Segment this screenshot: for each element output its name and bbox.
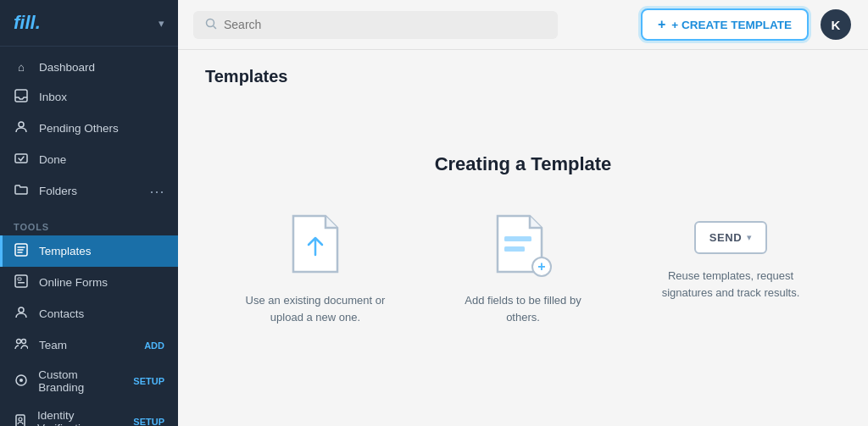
svg-point-17: [207, 19, 214, 26]
feature-heading: Creating a Template: [435, 153, 612, 175]
svg-rect-0: [15, 90, 27, 102]
svg-text:+: +: [537, 259, 545, 274]
sidebar-item-done[interactable]: Done: [0, 144, 178, 175]
sidebar-item-label: Custom Branding: [38, 368, 123, 394]
feature-section: Creating a Template Use an existing docu…: [205, 86, 841, 409]
feature-card-send-text: Reuse templates, request signatures and …: [657, 268, 805, 301]
contacts-icon: [14, 306, 29, 322]
team-add-badge: ADD: [144, 340, 164, 351]
send-btn-icon: SEND ▾: [694, 221, 768, 254]
svg-point-1: [19, 122, 24, 127]
feature-card-fields-text: Add fields to be filled by others.: [449, 292, 598, 325]
sidebar-item-online-forms[interactable]: Online Forms: [0, 267, 178, 298]
identity-verification-icon: [14, 414, 27, 427]
svg-point-11: [19, 379, 23, 382]
pending-others-icon: [14, 120, 29, 136]
custom-branding-setup-badge: SETUP: [133, 376, 164, 386]
create-template-label: + CREATE TEMPLATE: [671, 19, 792, 31]
sidebar-item-dashboard[interactable]: ⌂ Dashboard: [0, 53, 178, 81]
sidebar-item-folders[interactable]: Folders ⋯: [0, 175, 178, 207]
svg-point-13: [19, 418, 22, 421]
folders-dots-icon[interactable]: ⋯: [149, 184, 164, 199]
sidebar-item-label: Team: [39, 339, 67, 351]
sidebar-item-contacts[interactable]: Contacts: [0, 298, 178, 329]
feature-card-send: SEND ▾ Reuse templates, request signatur…: [657, 213, 805, 301]
sidebar-item-label: Contacts: [39, 307, 84, 320]
create-template-button[interactable]: + + CREATE TEMPLATE: [641, 8, 809, 41]
sidebar-item-team[interactable]: Team ADD: [0, 329, 178, 361]
sidebar-item-pending-others[interactable]: Pending Others: [0, 113, 178, 144]
sidebar-item-label: Pending Others: [39, 122, 119, 135]
sidebar-item-label: Inbox: [39, 91, 67, 103]
home-icon: ⌂: [14, 61, 29, 74]
team-icon: [14, 337, 29, 353]
sidebar-item-label: Done: [39, 153, 66, 166]
svg-rect-18: [504, 236, 531, 241]
upload-doc-icon: [288, 213, 342, 279]
sidebar-nav: ⌂ Dashboard Inbox Pending Others Done: [0, 47, 178, 213]
topbar: + + CREATE TEMPLATE K: [178, 0, 868, 50]
folders-icon: [14, 183, 29, 199]
svg-rect-4: [15, 275, 27, 287]
sidebar-item-label: Identity Verification: [37, 409, 123, 426]
svg-rect-2: [15, 154, 27, 163]
avatar: K: [821, 9, 851, 40]
custom-branding-icon: [14, 373, 28, 390]
svg-point-7: [19, 307, 24, 313]
page-title: Templates: [205, 67, 841, 86]
feature-card-upload-text: Use an existing document or upload a new…: [242, 292, 390, 325]
sidebar-item-templates[interactable]: Templates: [0, 235, 178, 267]
send-label-text: SEND: [709, 231, 743, 244]
send-dropdown-icon: ▾: [747, 232, 752, 243]
sidebar-item-label: Folders: [39, 185, 77, 197]
sidebar-header: fill. ▾: [0, 0, 178, 47]
identity-verification-setup-badge: SETUP: [133, 417, 164, 426]
feature-cards: Use an existing document or upload a new…: [242, 213, 805, 325]
sidebar-item-label: Dashboard: [39, 61, 95, 74]
svg-point-8: [17, 340, 21, 344]
sidebar-item-identity-verification[interactable]: Identity Verification SETUP: [0, 401, 178, 426]
main-content: + + CREATE TEMPLATE K Templates Creating…: [178, 0, 868, 426]
done-icon: [14, 152, 29, 168]
fields-doc-icon: +: [492, 213, 554, 279]
page-content: Templates Creating a Template Use an exi…: [178, 50, 868, 426]
sidebar-item-label: Templates: [39, 245, 92, 257]
sidebar-chevron-icon[interactable]: ▾: [159, 17, 164, 30]
plus-icon: +: [658, 17, 665, 32]
sidebar-item-label: Online Forms: [39, 276, 108, 289]
sidebar: fill. ▾ ⌂ Dashboard Inbox Pending Others…: [0, 0, 178, 426]
search-input[interactable]: [224, 18, 546, 31]
search-wrap: [193, 11, 558, 39]
inbox-icon: [14, 89, 29, 105]
tools-nav: Templates Online Forms Contacts Team ADD: [0, 235, 178, 426]
sidebar-item-custom-branding[interactable]: Custom Branding SETUP: [0, 361, 178, 401]
tools-section-title: TOOLS: [0, 213, 178, 235]
logo: fill.: [14, 12, 41, 34]
svg-point-9: [22, 340, 26, 344]
sidebar-item-inbox[interactable]: Inbox: [0, 81, 178, 113]
svg-rect-5: [18, 278, 21, 280]
feature-card-fields: + Add fields to be filled by others.: [449, 213, 598, 325]
templates-icon: [14, 243, 29, 259]
online-forms-icon: [14, 274, 29, 290]
feature-card-upload: Use an existing document or upload a new…: [242, 213, 390, 325]
search-icon: [205, 18, 217, 32]
svg-rect-19: [504, 246, 525, 252]
svg-rect-6: [18, 282, 25, 284]
